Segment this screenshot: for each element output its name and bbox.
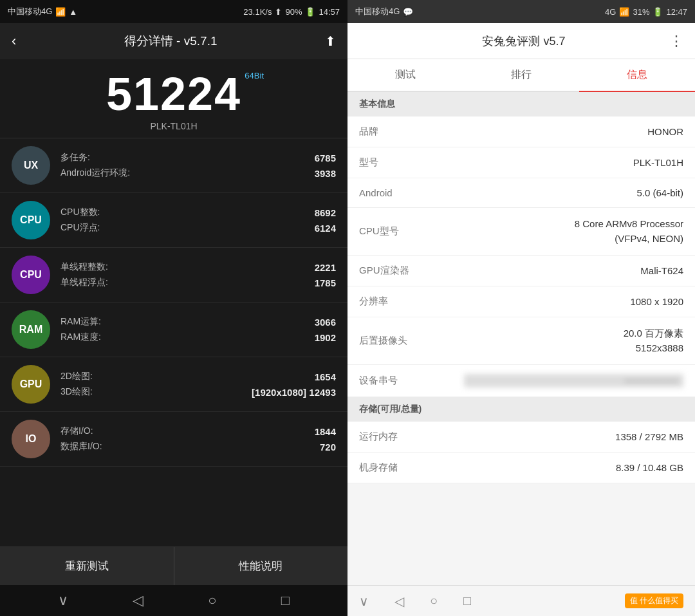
right-nav-back-icon[interactable]: ◁ bbox=[394, 593, 404, 609]
left-battery: 90% bbox=[285, 7, 302, 17]
perf-desc-button[interactable]: 性能说明 bbox=[174, 547, 348, 585]
storage-header: 存储(可用/总量) bbox=[348, 397, 695, 422]
info-row-serial: 设备串号 •••••••••••••••• bbox=[348, 365, 695, 397]
right-page-title: 安兔兔评测 v5.7 bbox=[482, 33, 565, 49]
nav-home-icon[interactable]: ○ bbox=[208, 592, 216, 609]
gpu-val-2: [1920x1080] 12493 bbox=[252, 387, 336, 398]
cpu2-details: 单线程整数: 2221 单线程浮点: 1785 bbox=[60, 259, 336, 290]
info-val-android: 5.0 (64-bit) bbox=[467, 187, 683, 198]
badge-ram: RAM bbox=[12, 310, 50, 349]
ram-row-1: RAM运算: 3066 bbox=[60, 314, 336, 330]
tab-ranking-label: 排行 bbox=[511, 69, 532, 80]
ram-label-2: RAM速度: bbox=[60, 331, 101, 343]
score-item-cpu1: CPU CPU整数: 8692 CPU浮点: 6124 bbox=[0, 193, 348, 248]
badge-io: IO bbox=[12, 420, 50, 458]
ux-details: 多任务: 6785 Android运行环境: 3938 bbox=[60, 150, 336, 181]
tab-test-label: 测试 bbox=[395, 69, 416, 80]
right-time: 12:47 bbox=[666, 7, 687, 17]
left-time: 14:57 bbox=[319, 7, 340, 17]
bottom-buttons: 重新测试 性能说明 bbox=[0, 546, 348, 585]
info-val-serial: •••••••••••••••• bbox=[464, 374, 683, 387]
info-key-serial: 设备串号 bbox=[359, 375, 464, 387]
info-key-cpu: CPU型号 bbox=[359, 225, 467, 238]
ux-label-2: Android运行环境: bbox=[60, 167, 130, 179]
cpu2-val-1: 2221 bbox=[315, 262, 336, 273]
info-key-ram: 运行内存 bbox=[359, 431, 467, 443]
right-battery-icon: 🔋 bbox=[653, 7, 663, 17]
score-item-cpu2: CPU 单线程整数: 2221 单线程浮点: 1785 bbox=[0, 248, 348, 303]
io-val-1: 1844 bbox=[315, 426, 336, 437]
nav-back-icon[interactable]: ◁ bbox=[133, 592, 144, 609]
info-key-storage: 机身存储 bbox=[359, 462, 467, 474]
more-icon[interactable]: ⋮ bbox=[669, 33, 683, 50]
cpu2-label-2: 单线程浮点: bbox=[60, 277, 108, 288]
basic-info-header: 基本信息 bbox=[348, 92, 695, 117]
io-row-1: 存储I/O: 1844 bbox=[60, 424, 336, 439]
tab-test[interactable]: 测试 bbox=[348, 59, 463, 91]
nav-recent-icon[interactable]: □ bbox=[281, 592, 290, 609]
score-item-io: IO 存储I/O: 1844 数据库I/O: 720 bbox=[0, 412, 348, 467]
right-nav-down-icon[interactable]: ∨ bbox=[359, 593, 369, 609]
badge-cpu2: CPU bbox=[12, 256, 50, 294]
bit-label: 64Bit bbox=[245, 71, 264, 80]
info-row-android: Android 5.0 (64-bit) bbox=[348, 178, 695, 208]
info-row-gpu: GPU渲染器 Mali-T624 bbox=[348, 256, 695, 286]
right-signal-icon: 📶 bbox=[619, 7, 629, 17]
left-status-right: 23.1K/s ⬆ 90% 🔋 14:57 bbox=[243, 7, 340, 17]
right-status-left: 中国移动4G 💬 bbox=[355, 6, 413, 17]
info-key-camera: 后置摄像头 bbox=[359, 335, 467, 347]
score-item-gpu: GPU 2D绘图: 1654 3D绘图: [1920x1080] 12493 bbox=[0, 357, 348, 412]
gpu-label-2: 3D绘图: bbox=[60, 386, 93, 398]
ux-val-2: 3938 bbox=[315, 168, 336, 179]
ram-val-1: 3066 bbox=[315, 317, 336, 328]
left-status-bar: 中国移动4G 📶 ▲ 23.1K/s ⬆ 90% 🔋 14:57 bbox=[0, 0, 348, 23]
left-battery-icon: 🔋 bbox=[305, 7, 315, 17]
info-val-ram: 1358 / 2792 MB bbox=[467, 431, 683, 442]
gpu-val-1: 1654 bbox=[315, 371, 336, 382]
info-row-resolution: 分辨率 1080 x 1920 bbox=[348, 286, 695, 317]
back-icon[interactable]: ‹ bbox=[12, 33, 16, 50]
retest-button[interactable]: 重新测试 bbox=[0, 547, 174, 585]
info-content: 基本信息 品牌 HONOR 型号 PLK-TL01H Android 5.0 (… bbox=[348, 92, 695, 585]
score-item-ux: UX 多任务: 6785 Android运行环境: 3938 bbox=[0, 138, 348, 193]
io-label-1: 存储I/O: bbox=[60, 425, 93, 437]
nav-down-icon[interactable]: ∨ bbox=[58, 592, 68, 609]
score-item-ram: RAM RAM运算: 3066 RAM速度: 1902 bbox=[0, 303, 348, 357]
left-4g-icon: ⬆ bbox=[275, 7, 282, 17]
left-page-title: 得分详情 - v5.7.1 bbox=[124, 33, 218, 50]
badge-cpu1: CPU bbox=[12, 201, 50, 239]
left-speed: 23.1K/s bbox=[243, 7, 272, 17]
share-icon[interactable]: ⬆ bbox=[325, 33, 336, 49]
tab-info[interactable]: 信息 bbox=[579, 59, 695, 91]
io-details: 存储I/O: 1844 数据库I/O: 720 bbox=[60, 424, 336, 454]
right-status-bar: 中国移动4G 💬 4G 📶 31% 🔋 12:47 bbox=[348, 0, 695, 23]
right-nav-home-icon[interactable]: ○ bbox=[430, 593, 438, 608]
left-wifi-icon: ▲ bbox=[69, 7, 77, 17]
cpu2-row-2: 单线程浮点: 1785 bbox=[60, 275, 336, 290]
left-carrier: 中国移动4G bbox=[8, 6, 52, 17]
left-status-left: 中国移动4G 📶 ▲ bbox=[8, 6, 77, 17]
info-key-android: Android bbox=[359, 187, 467, 198]
cpu2-label-1: 单线程整数: bbox=[60, 261, 108, 273]
tabs-bar: 测试 排行 信息 bbox=[348, 59, 695, 92]
cpu1-val-2: 6124 bbox=[315, 223, 336, 234]
info-val-camera: 20.0 百万像素5152x3888 bbox=[467, 326, 683, 355]
left-nav-bar: ∨ ◁ ○ □ bbox=[0, 585, 348, 616]
info-row-ram: 运行内存 1358 / 2792 MB bbox=[348, 422, 695, 453]
io-row-2: 数据库I/O: 720 bbox=[60, 439, 336, 454]
info-row-camera: 后置摄像头 20.0 百万像素5152x3888 bbox=[348, 317, 695, 365]
tab-ranking[interactable]: 排行 bbox=[463, 59, 579, 91]
cpu1-val-1: 8692 bbox=[315, 207, 336, 218]
right-wechat-icon: 💬 bbox=[403, 7, 413, 17]
ram-details: RAM运算: 3066 RAM速度: 1902 bbox=[60, 314, 336, 345]
right-nav-recent-icon[interactable]: □ bbox=[463, 593, 471, 608]
info-row-storage: 机身存储 8.39 / 10.48 GB bbox=[348, 453, 695, 483]
ux-row-1: 多任务: 6785 bbox=[60, 150, 336, 165]
right-carrier: 中国移动4G bbox=[355, 6, 400, 17]
gpu-label-1: 2D绘图: bbox=[60, 371, 93, 382]
info-val-storage: 8.39 / 10.48 GB bbox=[467, 462, 683, 473]
info-row-cpu: CPU型号 8 Core ARMv8 Processor(VFPv4, NEON… bbox=[348, 208, 695, 256]
info-key-resolution: 分辨率 bbox=[359, 295, 467, 308]
io-val-2: 720 bbox=[320, 442, 336, 453]
right-4g-label: 4G bbox=[605, 7, 616, 17]
